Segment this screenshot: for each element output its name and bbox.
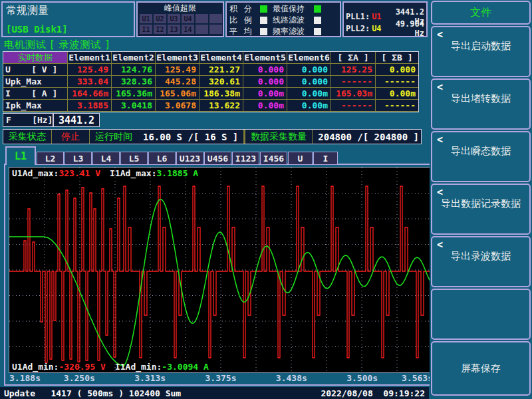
power-analyzer-screen: { "header": { "title": "常规测量", "usb": "[… bbox=[0, 0, 532, 399]
table-column-header: [ ΣB ] bbox=[376, 52, 418, 64]
tab-u[interactable]: U bbox=[288, 152, 313, 165]
grid-lines bbox=[9, 168, 432, 372]
toggle-indicator bbox=[260, 28, 267, 35]
tab-i[interactable]: I bbox=[313, 152, 338, 165]
motor-test-mode-label: 电机测试 [ 录波测试 ] bbox=[4, 39, 110, 51]
menu-button-label: 文件 bbox=[470, 6, 491, 20]
empty-menu-button[interactable] bbox=[431, 289, 531, 340]
left-chevron-icon: < bbox=[437, 134, 443, 146]
peak-over-limit-grid: U1U2U3U4I1I2I3I4 bbox=[138, 13, 223, 35]
toggle-row: 比 例线路滤波 bbox=[227, 15, 340, 25]
menu-button-label: 导出录波数据 bbox=[451, 250, 511, 263]
table-cell: 445.28 bbox=[156, 76, 200, 88]
x-axis-tick: 3.250s bbox=[64, 373, 95, 383]
tab-i456[interactable]: I456 bbox=[260, 152, 287, 165]
waveform-min-readout: U1Ad_min: -320.95 V I1Ad_min: -3.0094 A bbox=[12, 362, 209, 372]
left-chevron-icon: < bbox=[437, 239, 443, 251]
pll-rows: PLL1:U13441.2 HzPLL2:U449.964 Hz bbox=[346, 11, 424, 35]
waveform-plot: U1Ad_max: 323.41 V I1Ad_max: 3.1885 A U1… bbox=[9, 167, 433, 373]
menu-button-label: 导出堵转数据 bbox=[451, 92, 511, 105]
table-cell: 328.36 bbox=[112, 76, 156, 88]
table-row-label: Upk_Max bbox=[3, 76, 68, 88]
toggle-indicator bbox=[314, 5, 321, 13]
toggle-row: 积 分最值保持 bbox=[227, 3, 340, 14]
table-cell: 164.66m bbox=[68, 88, 112, 100]
pll-value: 49.964 Hz bbox=[384, 19, 424, 38]
tab-u456[interactable]: U456 bbox=[204, 152, 231, 165]
export-stall-data-button[interactable]: <导出堵转数据 bbox=[431, 78, 531, 130]
peak-cell-i2: I2 bbox=[154, 25, 166, 34]
table-cell: 320.61 bbox=[200, 76, 243, 88]
pll-row: PLL2:U449.964 Hz bbox=[346, 23, 424, 35]
table-cell: ------ bbox=[331, 100, 376, 112]
i-max-label: I1Ad_max: bbox=[110, 168, 156, 178]
left-chevron-icon: < bbox=[437, 81, 443, 93]
tab-u123[interactable]: U123 bbox=[176, 152, 203, 165]
menu-button-label: 屏幕保存 bbox=[461, 362, 501, 375]
sample-count-label: 数据采集数量 bbox=[243, 130, 312, 144]
pll-source: U1 bbox=[372, 12, 381, 21]
peak-cell-u2: U2 bbox=[154, 14, 166, 23]
runtime-value: 16.00 S /[ 16 S ] bbox=[138, 130, 243, 144]
table-cell: 0.000 bbox=[287, 76, 331, 88]
table-cell: 13.622 bbox=[200, 100, 243, 112]
table-cell: ------ bbox=[331, 76, 376, 88]
screen-save-button[interactable]: 屏幕保存 bbox=[431, 341, 531, 396]
frequency-row: F [Hz] 3441.2 bbox=[3, 113, 100, 127]
export-startup-data-button[interactable]: <导出启动数据 bbox=[431, 26, 531, 77]
usb-disk-status: [USB Disk1] bbox=[6, 24, 68, 35]
u-max-value: 323.41 V bbox=[59, 168, 100, 178]
bottom-status-bar: Update 1417 ( 500ms ) 102400 Sum 2022/08… bbox=[0, 387, 429, 399]
pll-source: U4 bbox=[372, 24, 381, 33]
file-menu-button[interactable]: 文件 bbox=[431, 1, 531, 25]
peak-cell-u3: U3 bbox=[168, 14, 180, 23]
table-cell: 333.04 bbox=[68, 76, 112, 88]
table-cell: 125.49 bbox=[68, 64, 112, 76]
export-waveform-data-button[interactable]: <导出录波数据 bbox=[431, 236, 531, 287]
page-title: 常规测量 bbox=[6, 4, 49, 18]
toggle-label: 平 均 bbox=[229, 26, 260, 37]
table-cell: 186.38m bbox=[200, 88, 243, 100]
tab-l3[interactable]: L3 bbox=[65, 152, 92, 165]
toggle-rows: 积 分最值保持比 例线路滤波平 均频率滤波 bbox=[227, 3, 340, 37]
toggle-row: 平 均频率滤波 bbox=[227, 26, 340, 37]
export-transient-data-button[interactable]: <导出瞬态数据 bbox=[431, 131, 531, 182]
acq-status-value: 停止 bbox=[51, 130, 89, 144]
table-cell: 0.000 bbox=[243, 76, 287, 88]
peak-over-limit-title: 峰值超限 bbox=[138, 3, 223, 13]
peak-cell-u4: U4 bbox=[182, 14, 194, 23]
tab-l2[interactable]: L2 bbox=[37, 152, 64, 165]
left-chevron-icon: < bbox=[437, 186, 443, 198]
tab-l6[interactable]: L6 bbox=[148, 152, 176, 165]
frequency-value: 3441.2 bbox=[53, 113, 100, 127]
function-toggle-panel: 积 分最值保持比 例线路滤波平 均频率滤波 bbox=[225, 1, 341, 37]
tab-l1[interactable]: L1 bbox=[5, 146, 36, 165]
x-axis-tick: 3.375s bbox=[205, 373, 237, 383]
tab-l5[interactable]: L5 bbox=[120, 152, 148, 165]
table-column-header: Element3 bbox=[156, 52, 200, 64]
frequency-label: F [Hz] bbox=[3, 113, 53, 127]
x-axis-tick: 3.563s bbox=[402, 373, 433, 383]
tab-i123[interactable]: I123 bbox=[232, 152, 259, 165]
table-cell: ------ bbox=[376, 100, 418, 112]
table-column-header: [ ΣA ] bbox=[331, 52, 376, 64]
peak-cell-i4: I4 bbox=[182, 25, 194, 34]
tab-l4[interactable]: L4 bbox=[92, 152, 120, 165]
table-corner: 实时数据 bbox=[3, 52, 68, 64]
menu-button-label: 导出数据记录数据 bbox=[441, 198, 521, 210]
menu-button-label: 导出启动数据 bbox=[451, 40, 511, 53]
menu-button-label: 导出瞬态数据 bbox=[451, 145, 511, 158]
acq-status-label: 采集状态 bbox=[3, 130, 51, 144]
table-cell: 125.49 bbox=[156, 64, 200, 76]
table-cell: 3.0418 bbox=[112, 100, 156, 112]
table-cell: 165.03m bbox=[331, 88, 376, 100]
peak-cell-empty bbox=[209, 25, 222, 34]
table-column-header: Element6 bbox=[287, 52, 331, 64]
table-cell: 0.00m bbox=[287, 100, 331, 112]
table-column-header: Element1 bbox=[68, 52, 112, 64]
table-row-label: U [ V ] bbox=[3, 64, 68, 76]
export-data-record-button[interactable]: <导出数据记录数据 bbox=[431, 184, 531, 235]
update-counter: Update 1417 ( 500ms ) 102400 Sum bbox=[4, 388, 181, 398]
table-row-label: Ipk_Max bbox=[3, 100, 68, 112]
toggle-label: 线路滤波 bbox=[273, 15, 314, 26]
